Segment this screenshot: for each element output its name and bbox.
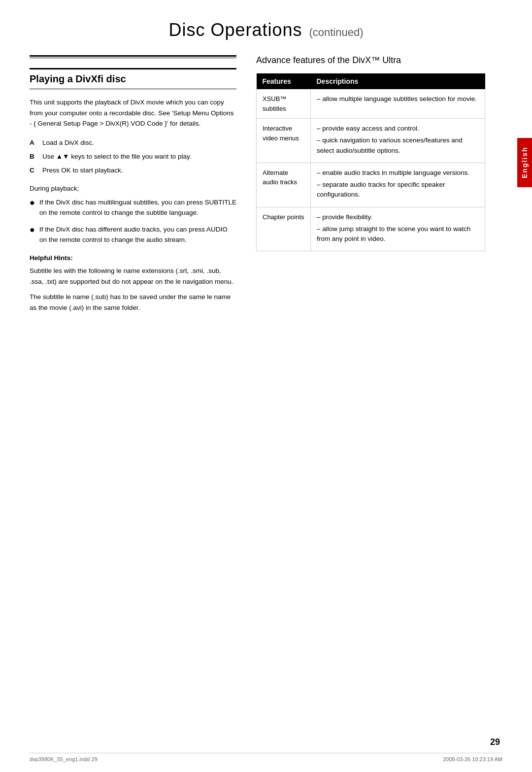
table-cell-feature: Alternate audio tracks (257, 163, 311, 207)
during-heading: During playback; (30, 185, 236, 192)
table-row: Interactive video menus– provide easy ac… (257, 119, 485, 163)
bullet-text-1: If the DivX disc has multilingual subtit… (39, 197, 236, 218)
step-a: A Load a DivX disc. (30, 138, 236, 148)
step-b-letter: B (30, 152, 39, 162)
table-cell-description: – provide flexibility.– allow jump strai… (311, 207, 485, 251)
page-container: Disc Operations (continued) English Play… (0, 0, 532, 772)
col-descriptions: Descriptions (311, 73, 485, 89)
table-cell-description: – provide easy access and control.– quic… (311, 119, 485, 163)
table-cell-description: – allow multiple language subtitles sele… (311, 89, 485, 119)
table-row: Chapter points– provide flexibility.– al… (257, 207, 485, 251)
bullet-dot-1: ● (30, 198, 39, 218)
bullet-1: ● If the DivX disc has multilingual subt… (30, 197, 236, 218)
helpful-heading: Helpful Hints: (30, 254, 236, 262)
bullet-dot-2: ● (30, 225, 39, 245)
top-border-thin (30, 58, 236, 58)
table-cell-description: – enable audio tracks in multiple langua… (311, 163, 485, 207)
content-area: Playing a DivXfi disc This unit supports… (30, 55, 502, 318)
page-title: Disc Operations (168, 20, 302, 40)
step-c-text: Press OK to start playback. (42, 166, 236, 175)
helpful-text-2: The subtitle le name (.sub) has to be sa… (30, 292, 236, 313)
page-header: Disc Operations (continued) (30, 20, 502, 40)
helpful-text-1: Subtitle les with the following le name … (30, 266, 236, 287)
table-cell-feature: Chapter points (257, 207, 311, 251)
advance-heading: Advance features of the DivX™ Ultra (256, 55, 485, 66)
step-b: B Use ▲▼ keys to select to the file you … (30, 152, 236, 162)
page-number: 29 (490, 737, 500, 747)
bullet-2: ● If the DivX disc has different audio t… (30, 224, 236, 245)
step-c: C Press OK to start playback. (30, 166, 236, 175)
table-header-row: Features Descriptions (257, 73, 485, 89)
page-title-continued: (continued) (309, 26, 363, 38)
footer-left: dvp3980K_55_eng1.indd 29 (30, 756, 98, 762)
top-border-thick (30, 55, 236, 57)
col-features: Features (257, 73, 311, 89)
page-footer: dvp3980K_55_eng1.indd 29 2008-03-26 10:2… (30, 753, 502, 762)
right-column: Advance features of the DivX™ Ultra Feat… (256, 55, 502, 318)
features-table: Features Descriptions XSUB™ subtitles– a… (256, 73, 485, 251)
step-list: A Load a DivX disc. B Use ▲▼ keys to sel… (30, 138, 236, 176)
left-column: Playing a DivXfi disc This unit supports… (30, 55, 236, 318)
step-c-letter: C (30, 166, 39, 175)
table-cell-feature: Interactive video menus (257, 119, 311, 163)
step-a-text: Load a DivX disc. (42, 138, 236, 148)
table-cell-feature: XSUB™ subtitles (257, 89, 311, 119)
bullet-list: ● If the DivX disc has multilingual subt… (30, 197, 236, 245)
table-row: Alternate audio tracks– enable audio tra… (257, 163, 485, 207)
step-a-letter: A (30, 138, 39, 148)
section-heading: Playing a DivXfi disc (30, 68, 236, 89)
step-b-text: Use ▲▼ keys to select to the file you wa… (42, 152, 236, 162)
side-tab-english: English (517, 138, 532, 187)
footer-right: 2008-03-26 10:23:19 AM (443, 756, 502, 762)
table-row: XSUB™ subtitles– allow multiple language… (257, 89, 485, 119)
bullet-text-2: If the DivX disc has different audio tra… (39, 224, 236, 245)
intro-text: This unit supports the playback of DivX … (30, 97, 236, 129)
